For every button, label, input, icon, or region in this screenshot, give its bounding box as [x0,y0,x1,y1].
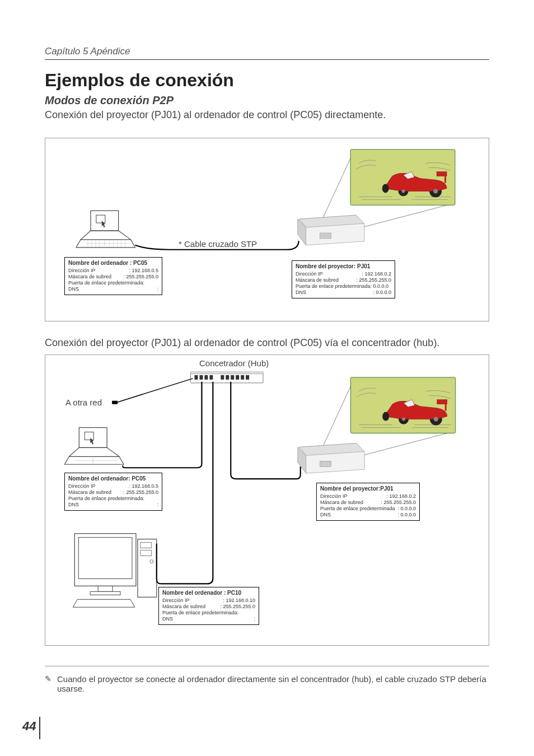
label-dns: DNS [296,290,306,296]
svg-rect-38 [226,375,229,380]
svg-rect-57 [320,461,331,466]
svg-rect-14 [320,233,331,239]
value-ip: : 192.168.0.5 [129,268,158,274]
label-gw: Puerta de enlace predeterminada: [162,610,238,616]
svg-rect-35 [204,375,208,380]
value-ip: : 192.168.0.2 [362,271,391,277]
svg-point-54 [402,418,405,421]
page-number: 44 [22,719,36,734]
note-icon: ✎ [45,674,51,683]
svg-line-43 [320,386,351,453]
netbox-title: Nombre del ordenador: PC05 [68,475,158,483]
svg-rect-72 [90,591,120,595]
svg-rect-52 [437,400,447,404]
value-mask: : 255.255.255.0 [356,277,391,283]
cable-label: * Cable cruzado STP [179,239,257,249]
svg-line-30 [119,231,131,240]
label-dns: DNS [68,502,79,508]
netbox-pj01-a: Nombre del proyector: PJ01 Dirección IP:… [292,260,395,298]
svg-point-56 [382,412,389,421]
value-ip: : 192.168.0.10 [223,598,255,604]
svg-rect-9 [437,172,447,176]
label-mask: Máscara de subred [296,277,339,283]
other-network-label: A otra red [65,398,102,407]
label-ip: Dirección IP [68,268,96,274]
netbox-pc10: Nombre del ordenador : PC10 Dirección IP… [158,587,259,625]
section-subtitle: Modos de conexión P2P [45,94,489,107]
label-ip: Dirección IP [162,598,190,604]
desktop-pc-icon [73,534,156,607]
netbox-title: Nombre del proyector: PJ01 [296,263,391,270]
footnote: ✎ Cuando el proyector se conecte al orde… [45,666,489,693]
svg-rect-39 [231,375,234,380]
value-mask: : 255.255.255.0 [123,274,158,280]
label-gw: Puerta de enlace predeterminada: [68,280,144,286]
netbox-title: Nombre del ordenador : PC10 [162,590,255,597]
svg-line-73 [116,379,193,403]
label-mask: Máscara de subred [68,489,111,496]
label-mask: Máscara de subred [320,500,363,506]
hub-label: Concetrador (Hub) [199,358,269,368]
chapter-header: Capítulo 5 Apéndice [45,46,489,60]
svg-rect-41 [241,375,244,380]
value-mask: : 255.255.255.0 [381,500,416,506]
svg-rect-74 [112,401,118,404]
projector-icon [298,443,365,473]
label-gw: Puerta de enlace predeterminada: [68,496,144,502]
svg-point-11 [402,189,405,193]
label-gw: Puerta de enlace predeterminada [320,506,395,512]
svg-rect-58 [79,428,107,448]
label-dns: DNS [68,286,79,292]
projector-icon [298,215,364,245]
svg-line-29 [81,231,91,240]
label-dns: DNS [320,512,331,518]
footnote-text: Cuando el proyector se conecte al ordena… [57,674,486,693]
intro-paragraph-1: Conexión del proyector (PJ01) al ordenad… [45,109,489,121]
label-dns: DNS [162,616,173,622]
value-dns: : [254,616,255,622]
netbox-pc05-b: Nombre del ordenador: PC05 Dirección IP:… [64,473,162,511]
value-dns: : [157,502,158,508]
svg-rect-15 [91,211,119,231]
svg-point-55 [434,417,438,422]
svg-rect-37 [221,375,224,380]
value-dns: : 0.0.0.0 [373,290,391,296]
svg-rect-42 [246,375,249,380]
svg-rect-53 [445,404,447,411]
diagram-direct-connection: * Cable cruzado STP Nombre del ordenador… [45,138,489,321]
svg-rect-69 [74,534,136,586]
svg-line-64 [107,447,119,456]
value-ip: : 192.168.0.5 [129,483,158,489]
svg-rect-33 [195,375,198,380]
svg-rect-10 [444,176,446,183]
svg-rect-71 [98,586,113,591]
svg-rect-32 [191,372,264,374]
laptop-icon [76,211,135,248]
svg-point-12 [433,189,438,193]
page-number-bar [39,717,40,739]
netbox-pj01-b: Nombre del proyector:PJ01 Dirección IP: … [316,483,420,521]
netbox-title: Nombre del ordenador : PC05 [68,260,158,267]
netbox-title: Nombre del proyector:PJ01 [320,486,416,493]
page-title: Ejemplos de conexión [45,70,489,91]
value-dns: : 0.0.0.0 [397,512,416,518]
hub-icon [191,372,264,383]
svg-point-13 [382,184,389,193]
netbox-pc05-a: Nombre del ordenador : PC05 Dirección IP… [64,257,162,295]
label-mask: Máscara de subred [68,274,111,280]
laptop-icon [64,428,124,465]
value-mask: : 255.255.255.0 [123,489,158,496]
value-ip: : 192.168.0.2 [386,493,416,500]
label-ip: Dirección IP [320,493,348,500]
label-ip: Dirección IP [68,483,96,489]
intro-paragraph-2: Conexión del proyector (PJ01) al ordenad… [45,337,489,349]
label-mask: Máscara de subred [162,604,205,610]
svg-rect-40 [236,375,239,380]
svg-rect-34 [199,375,203,380]
label-ip: Dirección IP [296,271,323,277]
value-dns: : [157,286,158,292]
label-gw: Puerta de enlace predeterminada: 0.0.0.0 [296,283,388,290]
svg-line-0 [320,158,350,225]
value-gw: : 0.0.0.0 [397,506,416,512]
svg-line-63 [69,447,79,456]
